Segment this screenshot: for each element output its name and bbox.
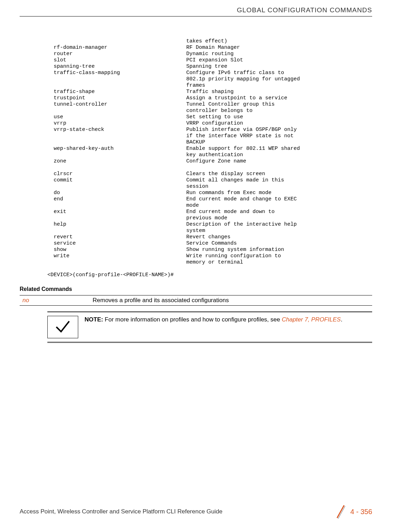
related-commands-table: noRemoves a profile and its associated c… — [20, 295, 372, 306]
related-commands-heading: Related Commands — [20, 286, 396, 292]
cli-output: takes effect) rf-domain-manager RF Domai… — [0, 16, 396, 278]
note-link[interactable]: Chapter 7, PROFILES — [282, 316, 341, 323]
note-block: NOTE: For more information on profiles a… — [47, 311, 372, 343]
check-icon — [47, 316, 78, 338]
table-row: noRemoves a profile and its associated c… — [20, 295, 372, 306]
note-body: For more information on profiles and how… — [103, 316, 282, 323]
page-header-title: GLOBAL CONFIGURATION COMMANDS — [237, 6, 372, 14]
page-header: GLOBAL CONFIGURATION COMMANDS — [0, 0, 396, 16]
page-number: 4 - 356 — [350, 508, 372, 516]
svg-line-0 — [337, 505, 344, 518]
note-rule-bottom — [47, 342, 372, 343]
related-desc: Removes a profile and its associated con… — [90, 295, 372, 306]
slash-icon — [335, 504, 346, 519]
svg-line-1 — [338, 506, 345, 519]
note-label: NOTE: — [85, 316, 103, 323]
page-footer: Access Point, Wireless Controller and Se… — [0, 504, 396, 519]
note-text: NOTE: For more information on profiles a… — [85, 316, 342, 324]
footer-doc-title: Access Point, Wireless Controller and Se… — [20, 508, 222, 515]
related-cmd[interactable]: no — [20, 295, 90, 306]
note-tail: . — [341, 316, 342, 323]
